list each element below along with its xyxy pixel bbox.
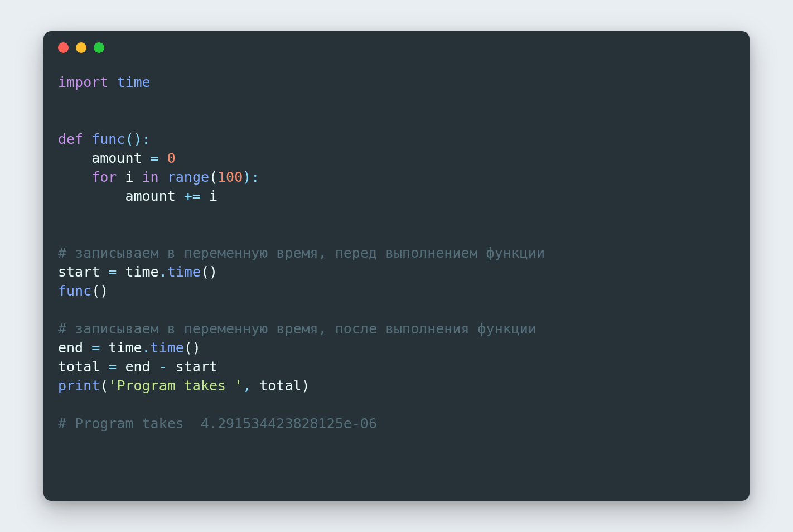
string-literal: 'Program takes ' [108,378,243,394]
code-line: amount += i [58,188,217,204]
keyword-def: def [58,131,83,147]
close-icon[interactable] [58,42,69,53]
code-line: for i in range(100): [58,169,259,185]
code-line: func() [58,283,108,299]
code-line: import time [58,74,151,90]
var-total: total [58,359,100,375]
code-block: import time def func(): amount = 0 for i… [43,56,750,450]
comment: # записываем в переменную время, после в… [58,321,536,337]
code-line: print('Program takes ', total) [58,378,310,394]
code-line: amount = 0 [58,150,176,166]
minimize-icon[interactable] [76,42,86,53]
output-comment: # Program takes 4.291534423828125e-06 [58,415,377,432]
module-time: time [117,74,150,90]
window-titlebar [43,31,750,56]
call-print: print [58,378,100,394]
call-func: func [58,283,91,299]
code-line: start = time.time() [58,264,217,280]
number-100: 100 [217,169,243,185]
var-start: start [58,264,100,280]
call-range: range [167,169,209,185]
comment: # записываем в переменную время, перед в… [58,245,545,261]
code-line: # Program takes 4.291534423828125e-06 [58,415,377,432]
code-line: # записываем в переменную время, перед в… [58,245,545,261]
var-amount: amount [91,150,142,166]
code-line: end = time.time() [58,340,201,356]
func-name: func [91,131,125,147]
code-line: def func(): [58,131,151,147]
keyword-in: in [142,169,159,185]
number-0: 0 [167,150,176,166]
keyword-import: import [58,74,108,90]
keyword-for: for [91,169,117,185]
maximize-icon[interactable] [94,42,104,53]
code-line: # записываем в переменную время, после в… [58,321,536,337]
var-end: end [58,340,83,356]
code-line: total = end - start [58,359,217,375]
parens: (): [125,131,150,147]
code-window: import time def func(): amount = 0 for i… [43,31,750,501]
